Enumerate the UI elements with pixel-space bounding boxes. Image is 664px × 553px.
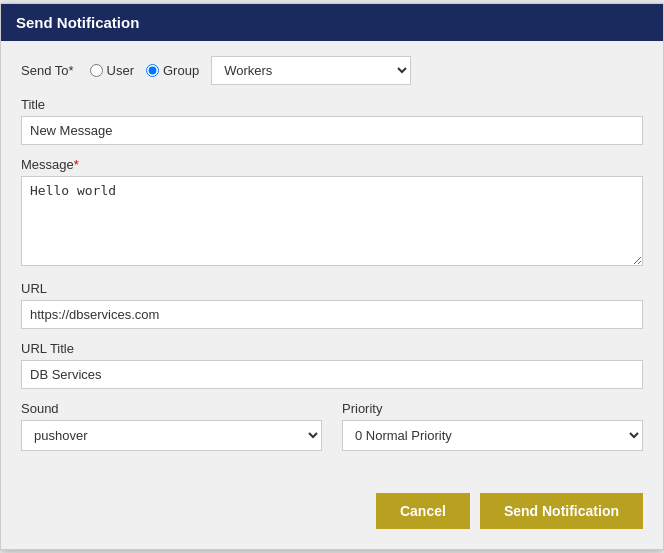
radio-user-option[interactable]: User bbox=[90, 63, 134, 78]
dialog-footer: Cancel Send Notification bbox=[1, 478, 663, 549]
priority-label: Priority bbox=[342, 401, 643, 416]
message-textarea[interactable]: Hello world bbox=[21, 176, 643, 266]
sound-field-group: Sound pushover none bike bugle bbox=[21, 401, 322, 451]
priority-select[interactable]: 0 Normal Priority -2 Lowest Priority -1 … bbox=[342, 420, 643, 451]
radio-group-input[interactable] bbox=[146, 64, 159, 77]
sound-priority-row: Sound pushover none bike bugle Priority … bbox=[21, 401, 643, 451]
url-title-field-group: URL Title bbox=[21, 341, 643, 389]
url-title-input[interactable] bbox=[21, 360, 643, 389]
url-field-group: URL bbox=[21, 281, 643, 329]
dialog-title: Send Notification bbox=[16, 14, 139, 31]
message-label: Message* bbox=[21, 157, 643, 172]
send-to-label: Send To* bbox=[21, 63, 74, 78]
cancel-button[interactable]: Cancel bbox=[376, 493, 470, 529]
message-field-group: Message* Hello world bbox=[21, 157, 643, 269]
sound-select[interactable]: pushover none bike bugle bbox=[21, 420, 322, 451]
title-label: Title bbox=[21, 97, 643, 112]
radio-group-label: Group bbox=[163, 63, 199, 78]
radio-user-label: User bbox=[107, 63, 134, 78]
title-input[interactable] bbox=[21, 116, 643, 145]
dialog-body: Send To* User Group Workers Admins All U… bbox=[1, 41, 663, 478]
priority-field-group: Priority 0 Normal Priority -2 Lowest Pri… bbox=[342, 401, 643, 451]
sound-label: Sound bbox=[21, 401, 322, 416]
url-title-label: URL Title bbox=[21, 341, 643, 356]
send-notification-button[interactable]: Send Notification bbox=[480, 493, 643, 529]
radio-group: User Group bbox=[90, 63, 200, 78]
url-label: URL bbox=[21, 281, 643, 296]
dialog-header: Send Notification bbox=[1, 4, 663, 41]
title-field-group: Title bbox=[21, 97, 643, 145]
group-select[interactable]: Workers Admins All Users bbox=[211, 56, 411, 85]
send-to-row: Send To* User Group Workers Admins All U… bbox=[21, 56, 643, 85]
send-notification-dialog: Send Notification Send To* User Group Wo… bbox=[0, 3, 664, 550]
radio-group-option[interactable]: Group bbox=[146, 63, 199, 78]
radio-user-input[interactable] bbox=[90, 64, 103, 77]
url-input[interactable] bbox=[21, 300, 643, 329]
